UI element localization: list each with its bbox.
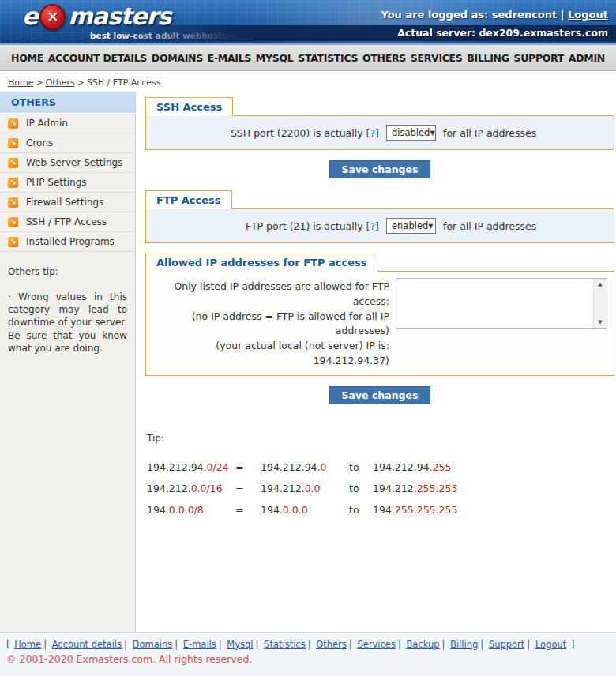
- scroll-up-icon[interactable]: ▲: [598, 281, 602, 287]
- nav-item-support[interactable]: SUPPORT: [513, 52, 564, 64]
- ssh-save-row: Save changes: [145, 150, 614, 190]
- sidebar-item-label: PHP Settings: [26, 177, 87, 188]
- to-cell: to: [349, 478, 373, 499]
- others-tip: Others tip: · Wrong values in this categ…: [0, 252, 135, 355]
- arrow-icon: ↘: [8, 138, 18, 148]
- save-changes-button[interactable]: Save changes: [329, 386, 431, 404]
- sidebar-item-php-settings[interactable]: ↘ PHP Settings: [0, 173, 135, 193]
- ftp-port-select[interactable]: enabled ▼: [386, 218, 436, 234]
- cidr-prefix: 194.: [147, 504, 169, 516]
- start-suffix: 0: [321, 461, 327, 473]
- nav-item-mysql[interactable]: MYSQL: [256, 52, 294, 64]
- to-cell: to: [349, 456, 373, 478]
- ftp-help-link[interactable]: [?]: [366, 220, 379, 232]
- nav-item-account-details[interactable]: ACCOUNT DETAILS: [48, 52, 147, 64]
- logout-link[interactable]: Logout: [568, 9, 608, 21]
- nav-item-services[interactable]: SERVICES: [411, 52, 463, 64]
- sidebar-item-label: SSH / FTP Access: [26, 216, 107, 227]
- footer-link-support[interactable]: Support: [489, 639, 524, 650]
- ftp-port-label: FTP port (21) is actually [?]: [152, 220, 379, 232]
- footer-separator: |: [308, 639, 311, 650]
- allowed-save-row: Save changes: [145, 376, 614, 415]
- allowed-ips-line1: Only listed IP addresses are allowed for…: [152, 280, 389, 310]
- ssh-port-label-text: SSH port (2200) is actually: [231, 127, 363, 139]
- nav-item-statistics[interactable]: STATISTICS: [298, 52, 358, 64]
- textarea-scrollbar[interactable]: ▲ ▼: [593, 279, 607, 328]
- nav-item-billing[interactable]: BILLING: [467, 52, 509, 64]
- footer-separator: |: [480, 639, 483, 650]
- copyright-text: © 2001-2020 Exmasters.com. All rights re…: [6, 653, 610, 665]
- sidebar-item-label: Crons: [26, 137, 53, 148]
- start-suffix: 0.0: [305, 483, 321, 494]
- footer-link-backup[interactable]: Backup: [406, 639, 439, 650]
- nav-item-admin[interactable]: ADMIN: [569, 52, 605, 64]
- scroll-down-icon[interactable]: ▼: [598, 319, 602, 325]
- actual-server-bar: Actual server: dex209.exmasters.com: [0, 25, 616, 41]
- allowed-ips-tab-title: Allowed IP addresses for FTP access: [145, 253, 377, 272]
- footer-link-services[interactable]: Services: [357, 639, 396, 650]
- arrow-icon: ↘: [8, 158, 18, 168]
- footer-link-billing[interactable]: Billing: [450, 639, 478, 650]
- range-end-cell: 194.212.255.255: [373, 478, 457, 499]
- footer-separator: |: [175, 639, 178, 650]
- ssh-help-link[interactable]: [?]: [366, 127, 379, 139]
- sidebar-item-firewall-settings[interactable]: ↘ Firewall Settings: [0, 193, 135, 212]
- sidebar-item-web-server-settings[interactable]: ↘ Web Server Settings: [0, 153, 135, 173]
- save-changes-button[interactable]: Save changes: [329, 160, 431, 178]
- cidr-prefix: 194.212.: [147, 483, 191, 494]
- nav-item-domains[interactable]: DOMAINS: [152, 52, 203, 64]
- page: e ✕ masters best low-cost adult webhosti…: [0, 0, 616, 676]
- footer-link-statistics[interactable]: Statistics: [264, 639, 306, 650]
- sidebar-item-ssh-ftp-access[interactable]: ↘ SSH / FTP Access: [0, 212, 135, 232]
- ssh-port-row: SSH port (2200) is actually [?] disabled…: [152, 122, 607, 143]
- breadcrumb-current: SSH / FTP Access: [87, 77, 161, 88]
- allowed-ips-textarea[interactable]: [396, 279, 593, 328]
- ip-range-table: 194.212.94.0/24 = 194.212.94.0 to 194.21…: [147, 456, 457, 520]
- footer-link-home[interactable]: Home: [14, 639, 41, 650]
- footer-links: [ Home| Account details| Domains| E-mail…: [6, 639, 610, 650]
- nav-item-emails[interactable]: E-MAILS: [208, 52, 251, 64]
- footer-link-domains[interactable]: Domains: [133, 639, 173, 650]
- footer-link-emails[interactable]: E-mails: [183, 639, 216, 650]
- breadcrumb-separator: >: [36, 77, 43, 88]
- end-suffix: 255.255: [417, 483, 458, 494]
- ssh-port-select[interactable]: disabled ▼: [386, 125, 436, 141]
- table-row: 194.0.0.0/8 = 194.0.0.0 to 194.255.255.2…: [147, 499, 457, 520]
- footer-link-others[interactable]: Others: [316, 639, 347, 650]
- start-prefix: 194.: [261, 504, 283, 516]
- sidebar-others: OTHERS ↘ IP Admin ↘ Crons ↘ Web Server S…: [0, 92, 136, 632]
- end-prefix: 194.212.94.: [373, 461, 433, 473]
- cidr-prefix: 194.212.94.: [147, 461, 207, 473]
- ssh-access-panel: SSH port (2200) is actually [?] disabled…: [145, 115, 614, 150]
- nav-item-others[interactable]: OTHERS: [362, 52, 406, 64]
- footer-link-logout[interactable]: Logout: [535, 639, 566, 650]
- allowed-ips-row: Only listed IP addresses are allowed for…: [152, 278, 607, 369]
- allowed-ips-line3: (your actual local (not server) IP is: 1…: [152, 339, 389, 369]
- ssh-port-suffix: for all IP addresses: [443, 127, 536, 139]
- arrow-icon: ↘: [8, 237, 18, 247]
- footer-link-mysql[interactable]: Mysql: [227, 639, 253, 650]
- nav-item-home[interactable]: HOME: [11, 52, 43, 64]
- server-label: Actual server:: [397, 27, 475, 39]
- footer-bracket: ]: [571, 639, 575, 650]
- breadcrumb-others[interactable]: Others: [46, 77, 75, 88]
- allowed-ips-labels: Only listed IP addresses are allowed for…: [152, 278, 389, 369]
- arrow-icon: ↘: [8, 197, 18, 208]
- cidr-cell: 194.0.0.0/8: [147, 499, 235, 520]
- footer-separator: |: [219, 639, 222, 650]
- end-suffix: 255: [433, 461, 452, 473]
- footer-link-account-details[interactable]: Account details: [52, 639, 122, 650]
- breadcrumb-home[interactable]: Home: [8, 77, 33, 88]
- sidebar-item-installed-programs[interactable]: ↘ Installed Programs: [0, 232, 135, 252]
- logged-in-status: You are logged as: sedrencont | Logout: [381, 9, 608, 21]
- ftp-access-tab-title: FTP Access: [145, 190, 232, 209]
- ftp-port-select-value: enabled: [392, 220, 428, 231]
- footer-separator: |: [527, 639, 530, 650]
- footer-bracket: [: [6, 639, 10, 650]
- arrow-icon: ↘: [8, 217, 18, 227]
- sidebar-item-ip-admin[interactable]: ↘ IP Admin: [0, 114, 135, 133]
- footer-separator: |: [43, 639, 47, 650]
- sidebar-item-crons[interactable]: ↘ Crons: [0, 133, 135, 153]
- ftp-access-panel: FTP port (21) is actually [?] enabled ▼ …: [145, 208, 614, 243]
- footer: [ Home| Account details| Domains| E-mail…: [0, 632, 616, 676]
